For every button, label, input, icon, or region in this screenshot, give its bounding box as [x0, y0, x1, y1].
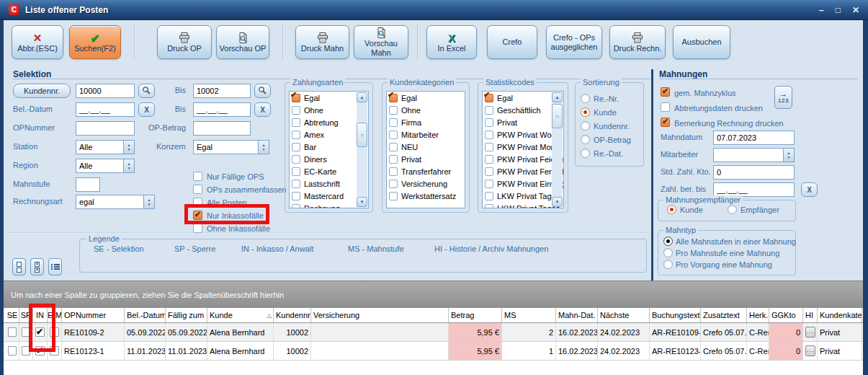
- abort-button[interactable]: ✕ Abbr.(ESC): [12, 25, 63, 59]
- print-mahn-button[interactable]: Druck Mahn: [295, 25, 349, 59]
- op-betrag-input[interactable]: [193, 121, 251, 136]
- mitarbeiter-select[interactable]: [713, 148, 795, 162]
- bemerkung-rechnung-checkbox[interactable]: [661, 118, 670, 127]
- check-all-button[interactable]: [30, 258, 44, 275]
- column-header-hi[interactable]: HI: [803, 308, 818, 322]
- list-item[interactable]: NEU: [387, 141, 465, 153]
- checkbox[interactable]: [485, 167, 493, 176]
- sort-op-betrag-radio[interactable]: [581, 135, 590, 144]
- list-item[interactable]: Firma: [387, 116, 465, 128]
- column-header-kundennr[interactable]: Kundennr.: [274, 308, 311, 322]
- scroll-down-icon[interactable]: [357, 197, 367, 207]
- list-item[interactable]: Privat: [387, 153, 465, 165]
- spinner-arrows-icon[interactable]: [258, 141, 269, 154]
- checkbox[interactable]: [292, 131, 300, 139]
- preview-mahn-button[interactable]: Vorschau Mahn: [354, 25, 408, 59]
- checkbox[interactable]: [292, 204, 300, 209]
- checkbox[interactable]: [389, 131, 398, 139]
- std-zahl-kto-input[interactable]: [713, 165, 795, 180]
- checkbox-checked[interactable]: [389, 94, 398, 102]
- checkbox[interactable]: [485, 118, 493, 127]
- list-item[interactable]: Egal: [387, 92, 465, 104]
- column-header-se[interactable]: SE: [6, 308, 19, 322]
- konzern-select[interactable]: Egal: [193, 140, 269, 154]
- list-item[interactable]: Transferfahrer: [387, 165, 465, 177]
- column-header-naechste[interactable]: Nächste: [598, 308, 650, 322]
- empfaenger-kunde-radio[interactable]: [667, 205, 676, 214]
- list-item[interactable]: Werkstattersatz: [387, 190, 465, 202]
- se-checkbox[interactable]: [8, 327, 17, 337]
- column-header-faellig-zum[interactable]: Fällig zum: [166, 308, 207, 322]
- scrollbar[interactable]: [552, 92, 563, 207]
- zahl-ber-bis-input[interactable]: [713, 182, 795, 197]
- bel-datum-von-input[interactable]: [76, 102, 135, 117]
- checkbox[interactable]: [292, 180, 300, 188]
- minimize-button[interactable]: –: [819, 5, 824, 15]
- scroll-down-icon[interactable]: [552, 197, 563, 207]
- gem-mahnzyklus-checkbox[interactable]: [661, 87, 670, 97]
- checkbox[interactable]: [485, 192, 493, 200]
- column-header-betrag[interactable]: Betrag: [449, 308, 502, 322]
- kundennr-button[interactable]: Kundennr.: [13, 84, 71, 98]
- spinner-arrows-icon[interactable]: [123, 159, 134, 172]
- checkbox[interactable]: [292, 192, 300, 200]
- column-header-mahn-dat[interactable]: Mahn-Dat.: [556, 308, 598, 322]
- checkbox[interactable]: [292, 155, 300, 164]
- uncheck-all-button[interactable]: [12, 258, 26, 275]
- history-dots-button[interactable]: ···: [805, 345, 815, 356]
- scrollbar[interactable]: [357, 92, 367, 207]
- print-op-button[interactable]: Druck OP: [157, 25, 212, 59]
- opnummer-input[interactable]: [76, 121, 135, 136]
- checkbox[interactable]: [485, 155, 493, 164]
- ausbuchen-button[interactable]: Ausbuchen: [673, 25, 730, 59]
- bel-datum-bis-input[interactable]: [193, 102, 251, 117]
- mahntyp-pro-vorgang-radio[interactable]: [663, 260, 673, 269]
- mahndatum-input[interactable]: [713, 131, 795, 145]
- group-by-bar[interactable]: Um nach einer Spalte zu gruppieren, zieh…: [4, 281, 863, 308]
- checkbox[interactable]: [389, 192, 398, 200]
- column-header-herk[interactable]: Herk.: [747, 308, 769, 322]
- column-header-ms[interactable]: MS: [502, 308, 556, 322]
- checkbox[interactable]: [485, 204, 493, 209]
- preview-op-button[interactable]: Vorschau OP: [216, 25, 269, 59]
- column-header-versicherung[interactable]: Versicherung: [311, 308, 449, 322]
- column-header-buchungstext[interactable]: Buchungstext: [650, 308, 701, 322]
- search-button[interactable]: ✔ Suchen(F2): [69, 25, 121, 59]
- checkbox-checked[interactable]: [292, 94, 300, 102]
- sort-re-nr-radio[interactable]: [581, 94, 590, 103]
- column-header-zusatztext[interactable]: Zusatztext: [701, 308, 747, 322]
- checkbox[interactable]: [292, 143, 300, 151]
- bel-datum-clear-button[interactable]: X: [138, 102, 155, 117]
- checkbox[interactable]: [292, 106, 300, 115]
- sort-re-dat-radio[interactable]: [581, 149, 590, 158]
- checkbox[interactable]: [485, 131, 493, 139]
- nur-faellige-ops-checkbox[interactable]: [193, 172, 202, 181]
- sort-kunde-radio[interactable]: [581, 107, 590, 117]
- scroll-thumb[interactable]: [357, 123, 367, 147]
- checkbox[interactable]: [485, 106, 493, 115]
- table-row[interactable]: RE10123-1 11.01.2023 11.01.2023 Alena Be…: [4, 342, 863, 361]
- scroll-up-icon[interactable]: [552, 92, 563, 102]
- checkbox[interactable]: [485, 180, 493, 188]
- column-header-bel-datum[interactable]: Bel.-Datum: [125, 308, 166, 322]
- scroll-thumb[interactable]: [552, 104, 563, 128]
- spinner-arrows-icon[interactable]: [143, 195, 154, 208]
- scroll-up-icon[interactable]: [357, 92, 367, 102]
- ohne-inkassofaelle-checkbox[interactable]: [193, 224, 202, 233]
- kundennr-bis-input[interactable]: [193, 84, 251, 98]
- se-checkbox[interactable]: [8, 346, 17, 356]
- ops-zusammenfassen-checkbox[interactable]: [193, 185, 202, 194]
- list-view-button[interactable]: [48, 258, 62, 275]
- checkbox[interactable]: [389, 155, 398, 164]
- crefo-ops-ausgeglichen-button[interactable]: Crefo - OPs ausgeglichen: [546, 25, 602, 59]
- history-dots-button[interactable]: ···: [805, 327, 815, 338]
- sort-kundennr-radio[interactable]: [581, 121, 590, 131]
- empfaenger-empfaenger-radio[interactable]: [728, 205, 737, 214]
- spinner-arrows-icon[interactable]: [783, 149, 794, 162]
- kundennr-von-input[interactable]: [76, 84, 135, 98]
- rechnungsart-select[interactable]: egal: [76, 195, 155, 209]
- spinner-arrows-icon[interactable]: [123, 141, 134, 154]
- crefo-button[interactable]: Crefo: [487, 25, 537, 59]
- table-row[interactable]: RE10109-2 05.09.2022 05.09.2022 Alena Be…: [4, 323, 863, 342]
- checkbox[interactable]: [389, 167, 398, 176]
